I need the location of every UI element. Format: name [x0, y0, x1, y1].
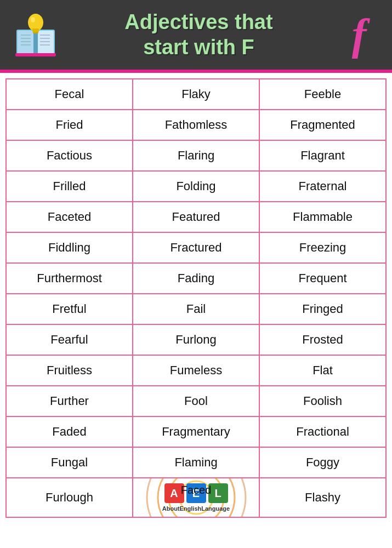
table-cell: Frilled [6, 171, 133, 202]
table-row: FriedFathomlessFragmented [6, 110, 386, 140]
table-row: FurthermostFadingFrequent [6, 263, 386, 294]
page-header: Adjectives that start with F f [0, 0, 392, 70]
table-cell: Fried [6, 110, 133, 140]
table-row: FearfulFurlongFrosted [6, 324, 386, 355]
table-cell: Foolish [259, 386, 386, 416]
table-cell: Fragmentary [133, 416, 259, 447]
table-cell: Featured [133, 202, 259, 232]
table-row: FacetedFeaturedFlammable [6, 202, 386, 232]
table-cell: Fragmented [259, 110, 386, 140]
table-cell: Flagrant [259, 140, 386, 171]
table-cell: Foggy [259, 447, 386, 478]
table-cell: Fearful [6, 324, 133, 355]
table-cell: Faded [6, 416, 133, 447]
table-cell: Furthermost [6, 263, 133, 294]
table-cell: Fringed [259, 294, 386, 324]
adjectives-table-container: FecalFlakyFeebleFriedFathomlessFragmente… [0, 73, 392, 523]
table-cell: Factious [6, 140, 133, 171]
table-cell: Fungal [6, 447, 133, 478]
table-cell: Fractional [259, 416, 386, 447]
table-cell: Flaring [133, 140, 259, 171]
table-row: FactiousFlaringFlagrant [6, 140, 386, 171]
svg-rect-2 [37, 31, 54, 55]
table-row: FurtherFoolFoolish [6, 386, 386, 416]
table-cell: Faced A E L [133, 478, 259, 517]
table-cell: Fecal [6, 79, 133, 110]
table-cell: Furlong [133, 324, 259, 355]
table-cell: Faceted [6, 202, 133, 232]
table-cell: Fiddling [6, 232, 133, 263]
table-cell: Fretful [6, 294, 133, 324]
table-row: FretfulFailFringed [6, 294, 386, 324]
letter-f-decoration: f [337, 10, 381, 60]
table-cell: Feeble [259, 79, 386, 110]
svg-rect-1 [18, 31, 35, 55]
table-cell: Fruitless [6, 355, 133, 386]
table-cell: Fool [133, 386, 259, 416]
svg-rect-4 [15, 53, 56, 56]
table-cell: Frosted [259, 324, 386, 355]
adjectives-table: FecalFlakyFeebleFriedFathomlessFragmente… [5, 78, 387, 518]
table-row: Furlough Faced A E L [6, 478, 386, 517]
svg-rect-6 [32, 28, 39, 32]
table-cell: Fractured [133, 232, 259, 263]
table-row: FruitlessFumelessFlat [6, 355, 386, 386]
table-cell: Further [6, 386, 133, 416]
svg-point-8 [31, 17, 35, 22]
table-cell: Fumeless [133, 355, 259, 386]
table-row: FungalFlamingFoggy [6, 447, 386, 478]
table-cell: Fraternal [259, 171, 386, 202]
table-cell: Fail [133, 294, 259, 324]
table-cell: Flashy [259, 478, 386, 517]
table-row: FrilledFoldingFraternal [6, 171, 386, 202]
table-cell: Flat [259, 355, 386, 386]
table-row: FecalFlakyFeeble [6, 79, 386, 110]
table-cell: Frequent [259, 263, 386, 294]
book-icon [11, 10, 60, 60]
table-row: FiddlingFracturedFreezing [6, 232, 386, 263]
table-row: FadedFragmentaryFractional [6, 416, 386, 447]
table-cell: Flammable [259, 202, 386, 232]
page-title: Adjectives that start with F [60, 10, 337, 60]
table-cell: Fathomless [133, 110, 259, 140]
table-cell: Furlough [6, 478, 133, 517]
table-cell: Flaming [133, 447, 259, 478]
table-cell: Folding [133, 171, 259, 202]
svg-rect-7 [33, 32, 38, 33]
svg-rect-3 [33, 30, 38, 56]
table-cell: Freezing [259, 232, 386, 263]
table-cell: Flaky [133, 79, 259, 110]
table-cell: Fading [133, 263, 259, 294]
